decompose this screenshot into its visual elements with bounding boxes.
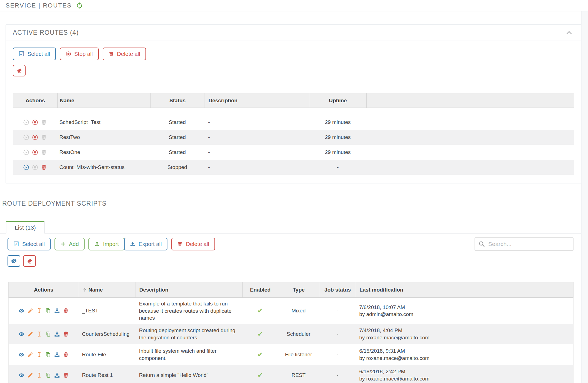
route-uptime: 29 minutes [309, 119, 366, 125]
export-all-button[interactable]: Export all [124, 238, 167, 250]
modified-date: 6/18/2018, 2:42 PM [359, 368, 573, 375]
enabled-check-icon: ✔ [257, 330, 263, 338]
column-header-description[interactable]: Description [135, 282, 243, 297]
stop-icon[interactable] [32, 134, 38, 140]
toggle-visibility-button[interactable] [8, 255, 20, 267]
duplicate-copy-icon[interactable] [45, 308, 51, 314]
export-download-icon[interactable] [54, 352, 60, 358]
script-last-modification: 6/18/2018, 2:42 PM by roxane.mace@amalto… [356, 368, 573, 382]
delete-all-routes-button[interactable]: Delete all [103, 48, 146, 60]
view-eye-icon[interactable] [18, 352, 24, 358]
column-header-uptime[interactable]: Uptime [309, 93, 366, 108]
duplicate-copy-icon[interactable] [45, 372, 51, 378]
script-description: Example of a template that fails to run … [135, 300, 243, 322]
export-download-icon[interactable] [54, 308, 60, 314]
select-all-scripts-button[interactable]: ☑ Select all [8, 238, 51, 250]
scripts-tabbar: List (13) [0, 221, 581, 233]
clear-selection-button[interactable] [23, 255, 36, 267]
script-name: Route File [79, 352, 135, 358]
script-actions [9, 352, 79, 358]
delete-trash-icon[interactable] [63, 352, 69, 358]
import-label: Import [103, 241, 119, 247]
duplicate-copy-icon[interactable] [45, 352, 51, 358]
upload-icon [94, 241, 100, 247]
rename-ibeam-icon[interactable] [36, 352, 42, 358]
enabled-check-icon: ✔ [257, 371, 263, 379]
edit-pencil-icon[interactable] [27, 352, 33, 358]
rename-ibeam-icon[interactable] [36, 372, 42, 378]
route-uptime: 29 minutes [309, 134, 366, 140]
scripts-toolbar: ☑ Select all Add Import Export all Delet… [8, 237, 574, 251]
search-box [475, 237, 574, 251]
delete-trash-icon[interactable] [63, 372, 69, 378]
stop-all-routes-button[interactable]: Stop all [60, 48, 99, 60]
play-icon[interactable] [23, 164, 29, 170]
view-eye-icon[interactable] [18, 331, 24, 337]
script-type: Mixed [278, 308, 319, 314]
clear-selection-button[interactable] [13, 65, 26, 76]
column-header-actions: Actions [13, 93, 57, 108]
column-header-name[interactable]: Name [57, 93, 150, 108]
rename-ibeam-icon[interactable] [36, 308, 42, 314]
collapse-chevron-up-icon[interactable] [565, 29, 573, 36]
stop-icon [32, 164, 38, 170]
delete-trash-icon[interactable] [63, 331, 69, 337]
sort-ascending-icon [82, 287, 87, 292]
route-description: - [204, 119, 309, 125]
modified-date: 7/4/2018, 4:04 PM [359, 327, 573, 334]
route-status: Started [150, 119, 204, 125]
tab-list[interactable]: List (13) [6, 221, 45, 233]
select-all-routes-button[interactable]: ☑ Select all [13, 48, 56, 60]
import-button[interactable]: Import [88, 238, 125, 250]
edit-pencil-icon[interactable] [27, 308, 33, 314]
add-script-button[interactable]: Add [55, 238, 85, 250]
trash-icon[interactable] [41, 164, 47, 170]
route-actions [13, 149, 57, 155]
trash-icon [41, 134, 47, 140]
column-header-description[interactable]: Description [204, 93, 309, 108]
column-header-name[interactable]: Name [79, 282, 135, 297]
column-header-last-modification[interactable]: Last modification [356, 282, 573, 297]
script-last-modification: 7/4/2018, 4:04 PM by roxane.mace@amalto.… [356, 327, 573, 341]
route-row: RestTwo Started - 29 minutes [13, 130, 574, 145]
view-eye-icon[interactable] [18, 372, 24, 378]
export-all-label: Export all [139, 241, 162, 247]
stop-icon[interactable] [32, 149, 38, 155]
script-last-modification: 7/6/2018, 10:07 AM by admin@amalto.com [356, 304, 573, 318]
search-input[interactable] [488, 240, 570, 248]
column-header-type[interactable]: Type [278, 282, 319, 297]
duplicate-copy-icon[interactable] [45, 331, 51, 337]
stop-circle-icon [66, 51, 71, 57]
route-row: SchedScript_Test Started - 29 minutes [13, 115, 574, 130]
checkbox-checked-icon: ☑ [19, 51, 24, 57]
refresh-icon[interactable] [76, 2, 83, 9]
add-label: Add [69, 241, 79, 247]
script-job-status: - [319, 308, 356, 314]
plus-icon [60, 241, 66, 247]
script-actions [9, 308, 79, 314]
view-eye-icon[interactable] [18, 308, 24, 314]
edit-pencil-icon[interactable] [27, 331, 33, 337]
route-description: - [204, 134, 309, 140]
route-name: RestTwo [57, 134, 150, 140]
edit-pencil-icon[interactable] [27, 372, 33, 378]
script-row: CountersScheduling Routing deployment sc… [9, 324, 573, 344]
download-icon [130, 241, 135, 247]
column-header-status[interactable]: Status [150, 93, 204, 108]
script-name: CountersScheduling [79, 331, 135, 337]
export-download-icon[interactable] [54, 372, 60, 378]
page-header: SERVICE | ROUTES [0, 0, 588, 11]
script-row: Route Rest 1 Return a simple "Hello Worl… [9, 365, 573, 383]
script-actions [9, 372, 79, 378]
column-header-enabled[interactable]: Enabled [242, 282, 278, 297]
route-uptime: 29 minutes [309, 149, 366, 155]
delete-all-scripts-button[interactable]: Delete all [171, 238, 215, 250]
enabled-check-icon: ✔ [257, 351, 263, 359]
play-icon [23, 149, 29, 155]
export-download-icon[interactable] [54, 331, 60, 337]
rename-ibeam-icon[interactable] [36, 331, 42, 337]
column-header-job-status[interactable]: Job status [319, 282, 356, 297]
delete-trash-icon[interactable] [63, 308, 69, 314]
stop-icon[interactable] [32, 119, 38, 125]
active-routes-panel-header: ACTIVE ROUTES (4) [6, 25, 581, 41]
